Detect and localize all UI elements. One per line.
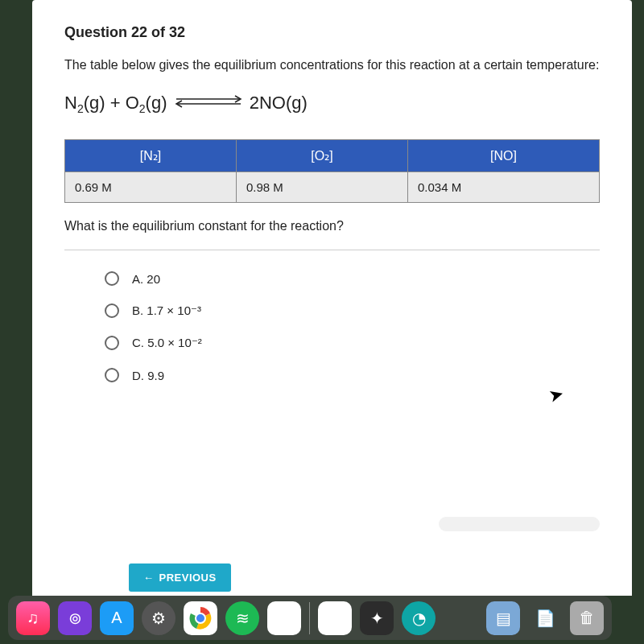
radio-icon[interactable] [105, 303, 119, 318]
dock-separator [309, 602, 310, 634]
table-header-no: [NO] [407, 140, 599, 172]
divider [64, 250, 600, 250]
eq-n: N [64, 93, 77, 113]
appstore-icon[interactable]: A [100, 601, 134, 635]
chemical-equation: N2(g) + O2(g) 2NO(g) [64, 93, 600, 115]
settings-icon[interactable]: ⚙ [142, 601, 175, 635]
radio-icon[interactable] [105, 368, 119, 382]
option-d-label: D. 9.9 [132, 369, 164, 382]
table-header-n2: [N₂] [65, 140, 237, 172]
eq-o-sub: 2 [139, 102, 146, 115]
svg-point-4 [196, 613, 205, 623]
sub-question: What is the equilibrium constant for the… [64, 219, 600, 233]
eq-n-state: (g) [84, 93, 105, 113]
cell-n2: 0.69 M [65, 172, 237, 203]
eq-rhs: 2NO(g) [250, 93, 308, 113]
trash-icon[interactable]: 🗑 [570, 601, 604, 635]
paper-icon[interactable]: 📄 [528, 601, 562, 635]
roblox-icon[interactable]: ◻ [267, 601, 301, 635]
eq-plus: + [105, 93, 126, 113]
cursor-icon: ➤ [547, 383, 566, 407]
smudge [439, 517, 600, 531]
equilibrium-arrows-icon [172, 93, 245, 114]
quiz-panel: Question 22 of 32 The table below gives … [32, 0, 632, 596]
spotify-icon[interactable]: ≋ [225, 601, 259, 635]
radio-icon[interactable] [105, 271, 119, 286]
arrow-left-icon: ← [143, 572, 155, 584]
chrome-icon[interactable] [184, 601, 217, 635]
answer-options: A. 20 B. 1.7 × 10⁻³ C. 5.0 × 10⁻² D. 9.9 [64, 271, 600, 382]
podcast-app-icon[interactable]: ⊚ [58, 601, 92, 635]
option-b[interactable]: B. 1.7 × 10⁻³ [105, 303, 600, 318]
eq-n-sub: 2 [77, 102, 84, 115]
concentration-table: [N₂] [O₂] [NO] 0.69 M 0.98 M 0.034 M [64, 139, 600, 203]
adobe-icon[interactable]: ✦ [360, 601, 394, 635]
cell-no: 0.034 M [407, 172, 599, 203]
option-a-label: A. 20 [132, 272, 160, 286]
cell-o2: 0.98 M [236, 172, 407, 203]
folder-icon[interactable]: ▤ [486, 601, 520, 635]
previous-label: PREVIOUS [159, 572, 217, 584]
eq-o-state: (g) [146, 93, 167, 113]
table-row: 0.69 M 0.98 M 0.034 M [65, 172, 600, 203]
previous-button[interactable]: ← PREVIOUS [129, 564, 231, 592]
option-a[interactable]: A. 20 [105, 271, 600, 286]
question-prompt: The table below gives the equilibrium co… [64, 56, 600, 75]
music-app-icon[interactable]: ♫ [16, 601, 50, 635]
question-number: Question 22 of 32 [64, 24, 600, 41]
option-c[interactable]: C. 5.0 × 10⁻² [105, 336, 600, 350]
macos-dock: ♫ ⊚ A ⚙ ≋ ◻ ▣ ✦ ◔ ▤ 📄 🗑 [8, 596, 612, 640]
option-c-label: C. 5.0 × 10⁻² [132, 336, 202, 350]
eq-o: O [126, 93, 139, 113]
photobooth-icon[interactable]: ◔ [402, 601, 436, 635]
option-d[interactable]: D. 9.9 [105, 368, 600, 382]
table-header-o2: [O₂] [236, 140, 407, 172]
zoom-icon[interactable]: ▣ [318, 601, 352, 635]
option-b-label: B. 1.7 × 10⁻³ [132, 303, 201, 318]
radio-icon[interactable] [105, 336, 119, 350]
